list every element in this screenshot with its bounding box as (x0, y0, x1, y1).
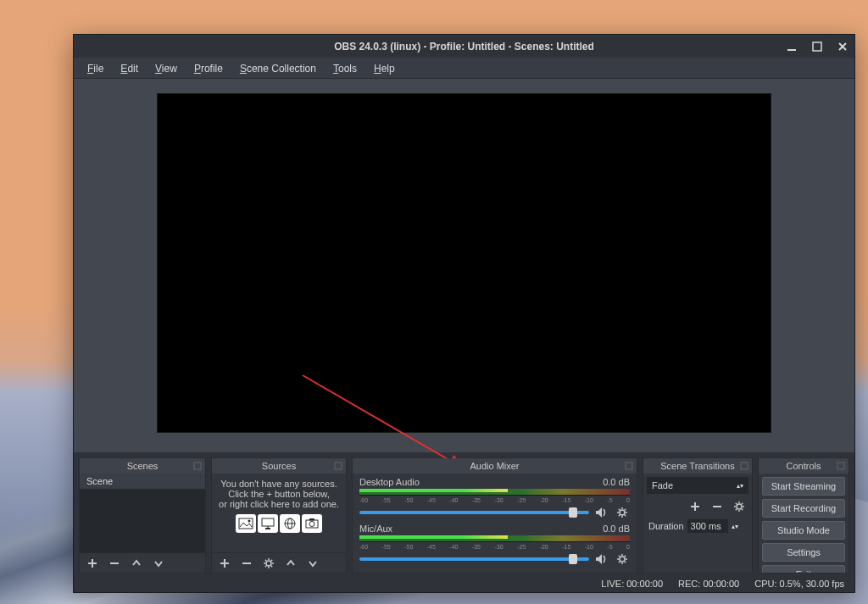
popout-icon[interactable] (193, 462, 202, 470)
svg-rect-11 (239, 518, 253, 529)
gear-icon[interactable] (615, 551, 630, 567)
controls-title: Controls (787, 461, 821, 471)
svg-point-12 (248, 520, 251, 523)
transitions-panel-header[interactable]: Scene Transitions (643, 458, 752, 474)
sources-empty[interactable]: You don't have any sources. Click the + … (212, 474, 346, 552)
window-controls (783, 35, 851, 58)
meter-ticks: -60-55-50-45-40-35-30-25-20-15-10-50 (359, 544, 630, 550)
scene-down-button[interactable] (151, 556, 166, 571)
duration-label: Duration (648, 521, 684, 531)
start-recording-button[interactable]: Start Recording (762, 499, 845, 518)
volume-slider[interactable] (359, 511, 589, 514)
mixer-title: Audio Mixer (470, 461, 519, 471)
track-level: 0.0 dB (603, 477, 630, 487)
audio-mixer-panel: Audio Mixer Desktop Audio 0.0 dB -60-55-… (352, 457, 637, 574)
add-source-button[interactable] (217, 556, 232, 571)
close-button[interactable] (834, 38, 851, 55)
mixer-panel-header[interactable]: Audio Mixer (353, 458, 637, 474)
remove-scene-button[interactable] (107, 556, 122, 571)
controls-panel-header[interactable]: Controls (759, 458, 849, 474)
svg-line-66 (742, 503, 743, 504)
popout-icon[interactable] (334, 462, 342, 470)
popout-icon[interactable] (837, 462, 845, 470)
menu-help[interactable]: Help (367, 61, 402, 76)
remove-source-button[interactable] (239, 556, 254, 571)
image-source-icon (236, 514, 256, 533)
scenes-panel-header[interactable]: Scenes (80, 458, 205, 474)
scene-list[interactable]: Scene (80, 474, 205, 552)
sources-panel-header[interactable]: Sources (212, 458, 346, 474)
svg-line-43 (625, 509, 626, 510)
svg-line-54 (619, 562, 620, 562)
scene-item[interactable]: Scene (80, 474, 205, 489)
speaker-icon[interactable] (594, 551, 609, 567)
audio-meter (359, 535, 630, 542)
titlebar[interactable]: OBS 24.0.3 (linux) - Profile: Untitled -… (74, 35, 854, 58)
popout-icon[interactable] (625, 462, 633, 470)
source-up-button[interactable] (283, 556, 298, 571)
camera-source-icon (302, 514, 322, 533)
menu-edit[interactable]: Edit (114, 61, 145, 76)
status-live: LIVE: 00:00:00 (601, 579, 663, 589)
transition-select[interactable]: Fade ▴▾ (647, 477, 748, 494)
sources-title: Sources (262, 461, 296, 471)
settings-button[interactable]: Settings (762, 543, 845, 562)
gear-icon[interactable] (615, 505, 630, 520)
menu-scene-collection[interactable]: Scene Collection (233, 61, 323, 76)
studio-mode-button[interactable]: Studio Mode (762, 521, 845, 540)
speaker-icon[interactable] (594, 505, 609, 520)
start-streaming-button[interactable]: Start Streaming (762, 477, 845, 496)
source-settings-button[interactable] (261, 556, 276, 571)
preview-canvas[interactable] (157, 93, 771, 433)
svg-line-44 (619, 515, 620, 516)
menu-tools[interactable]: Tools (326, 61, 364, 76)
window-title: OBS 24.0.3 (linux) - Profile: Untitled -… (334, 41, 594, 53)
status-rec: REC: 00:00:00 (678, 579, 739, 589)
track-level: 0.0 dB (603, 524, 630, 534)
svg-marker-45 (596, 554, 602, 564)
duration-value: 300 ms (691, 521, 721, 531)
transitions-title: Scene Transitions (660, 461, 734, 471)
obs-window: OBS 24.0.3 (linux) - Profile: Untitled -… (73, 34, 855, 593)
svg-rect-21 (309, 518, 314, 521)
exit-button[interactable]: Exit (762, 565, 845, 573)
menu-profile[interactable]: Profile (187, 61, 230, 76)
minimize-button[interactable] (783, 38, 800, 55)
svg-line-64 (736, 503, 737, 504)
track-name: Mic/Aux (359, 524, 392, 534)
svg-rect-55 (741, 463, 748, 469)
popout-icon[interactable] (740, 462, 748, 470)
statusbar: LIVE: 00:00:00 REC: 00:00:00 CPU: 0.5%, … (74, 575, 854, 592)
svg-rect-13 (262, 518, 274, 526)
svg-point-25 (266, 561, 271, 566)
maximize-button[interactable] (809, 38, 826, 55)
svg-line-52 (625, 562, 626, 562)
audio-meter (359, 489, 630, 496)
source-down-button[interactable] (305, 556, 320, 571)
scene-up-button[interactable] (129, 556, 144, 571)
menu-view[interactable]: View (148, 61, 184, 76)
svg-rect-6 (194, 463, 201, 469)
svg-line-31 (271, 565, 272, 566)
volume-slider[interactable] (359, 557, 589, 561)
browser-source-icon (280, 514, 300, 533)
menu-file[interactable]: File (81, 61, 110, 76)
transition-selected: Fade (652, 480, 673, 490)
display-source-icon (258, 514, 278, 533)
sources-empty-line: or right click here to add one. (219, 499, 339, 509)
spinner-icon[interactable]: ▴▾ (732, 524, 738, 529)
add-transition-button[interactable] (687, 499, 703, 514)
remove-transition-button[interactable] (709, 499, 725, 514)
add-scene-button[interactable] (85, 556, 100, 571)
svg-line-42 (625, 515, 626, 516)
scenes-toolbar (80, 552, 205, 573)
duration-input[interactable]: 300 ms (687, 519, 728, 533)
svg-line-51 (619, 556, 620, 557)
svg-point-36 (620, 510, 625, 515)
svg-rect-68 (837, 463, 844, 469)
transition-settings-button[interactable] (732, 499, 747, 514)
svg-line-33 (265, 565, 266, 566)
svg-line-53 (625, 556, 626, 557)
dock-panels: Scenes Scene Sources (74, 452, 854, 575)
svg-line-67 (736, 509, 737, 510)
